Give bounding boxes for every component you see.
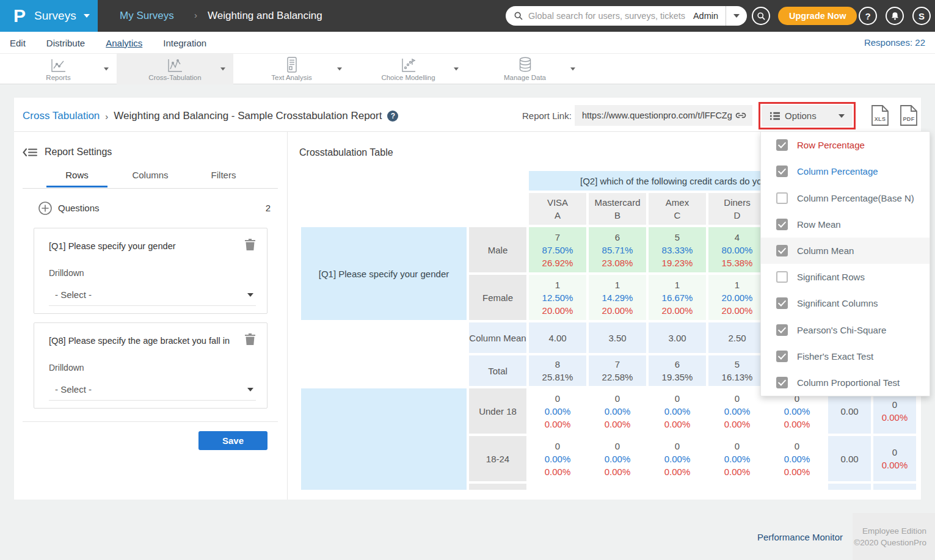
crosstab-table-title: Crosstabulation Table bbox=[299, 147, 393, 158]
checkbox-checked-icon[interactable] bbox=[776, 297, 788, 309]
cell-value: 0.00% bbox=[664, 405, 691, 418]
breadcrumb-my-surveys[interactable]: My Surveys bbox=[120, 10, 174, 22]
data-cell: 722.58% bbox=[589, 355, 646, 386]
cell-value: 6 bbox=[675, 358, 680, 371]
option-label: Column Proportional Test bbox=[797, 377, 900, 388]
option-significant-rows[interactable]: Significant Rows bbox=[761, 264, 930, 290]
nav-tab-analytics[interactable]: Analytics bbox=[106, 38, 142, 48]
doc-lines-icon bbox=[285, 57, 299, 73]
checkbox-checked-icon[interactable] bbox=[776, 245, 788, 256]
option-column-proportional-test[interactable]: Column Proportional Test bbox=[761, 369, 930, 396]
export-xls-button[interactable]: XLS bbox=[870, 105, 890, 126]
link-icon[interactable] bbox=[735, 109, 747, 122]
notifications-button[interactable] bbox=[886, 7, 904, 25]
tab-filters[interactable]: Filters bbox=[187, 170, 260, 187]
checkbox-checked-icon[interactable] bbox=[776, 324, 788, 336]
search-scope-caret[interactable] bbox=[726, 6, 747, 26]
toolbar-choice-modelling[interactable]: Choice Modelling bbox=[350, 54, 467, 84]
data-cell: 00.00%0.00% bbox=[589, 436, 646, 481]
tab-columns[interactable]: Columns bbox=[114, 170, 187, 187]
cell-value: 85.71% bbox=[602, 244, 633, 256]
option-pearson-s-chi-square[interactable]: Pearson's Chi-Square bbox=[761, 316, 930, 343]
product-name: Surveys bbox=[34, 9, 76, 23]
toolbar-manage-data[interactable]: Manage Data bbox=[467, 54, 583, 84]
toolbar-reports[interactable]: Reports bbox=[0, 54, 117, 84]
breadcrumb-separator: › bbox=[105, 111, 108, 122]
checkbox-unchecked-icon[interactable] bbox=[776, 192, 788, 204]
checkbox-checked-icon[interactable] bbox=[776, 377, 788, 388]
nav-tab-integration[interactable]: Integration bbox=[163, 38, 206, 48]
option-fisher-s-exact-test[interactable]: Fisher's Exact Test bbox=[761, 343, 930, 369]
checkbox-checked-icon[interactable] bbox=[776, 165, 788, 177]
cell-value: 7 bbox=[615, 358, 620, 371]
drilldown-select[interactable]: - Select - bbox=[49, 286, 256, 306]
checkbox-unchecked-icon[interactable] bbox=[776, 271, 788, 283]
data-cell: 114.29%20.00% bbox=[589, 275, 646, 320]
search-input[interactable] bbox=[528, 11, 693, 21]
toolbar-cross-tabulation[interactable]: Cross-Tabulation bbox=[117, 54, 233, 84]
option-label: Significant Columns bbox=[797, 298, 878, 308]
toolbar-text-analysis[interactable]: Text Analysis bbox=[233, 54, 350, 84]
option-row-mean[interactable]: Row Mean bbox=[761, 211, 930, 238]
option-column-percentage-base-n-[interactable]: Column Percentage(Base N) bbox=[761, 184, 930, 211]
option-significant-columns[interactable]: Significant Columns bbox=[761, 290, 930, 316]
option-label: Column Percentage(Base N) bbox=[797, 193, 914, 203]
save-button[interactable]: Save bbox=[198, 431, 267, 450]
report-url-input[interactable] bbox=[582, 111, 735, 120]
search-submit-button[interactable] bbox=[752, 7, 770, 25]
chevron-down-icon[interactable] bbox=[337, 68, 342, 71]
report-breadcrumb: Cross Tabulation › Weighting and Balanci… bbox=[23, 110, 398, 122]
question-card-title: [Q1] Please specify your gender bbox=[49, 241, 176, 251]
export-pdf-button[interactable]: PDF bbox=[899, 105, 919, 126]
drilldown-select-value: - Select - bbox=[55, 384, 92, 395]
database-icon bbox=[518, 57, 533, 73]
report-link-label: Report Link: bbox=[522, 111, 572, 121]
cell-value: 0.00% bbox=[784, 418, 810, 431]
help-button[interactable]: ? bbox=[859, 7, 877, 25]
checkbox-checked-icon[interactable] bbox=[776, 139, 788, 151]
cross-tabulation-link[interactable]: Cross Tabulation bbox=[23, 110, 100, 122]
option-column-percentage[interactable]: Column Percentage bbox=[761, 158, 930, 184]
cell-value: 5 bbox=[735, 358, 740, 371]
tab-rows[interactable]: Rows bbox=[40, 170, 114, 187]
row-label: Male bbox=[469, 227, 526, 272]
delete-question-icon[interactable] bbox=[245, 333, 255, 347]
account-avatar[interactable]: S bbox=[912, 7, 931, 25]
chevron-down-icon[interactable] bbox=[220, 68, 225, 71]
cell-value: 0.00% bbox=[664, 465, 691, 478]
cell-value: 0.00 bbox=[840, 405, 858, 418]
chevron-down-icon[interactable] bbox=[104, 68, 109, 71]
drilldown-select[interactable]: - Select - bbox=[49, 381, 256, 401]
product-switcher[interactable]: P Surveys bbox=[0, 0, 98, 32]
cell-value: 0.00% bbox=[724, 465, 751, 478]
row-label bbox=[469, 484, 526, 490]
nav-tab-edit[interactable]: Edit bbox=[10, 38, 26, 48]
options-button[interactable]: Options bbox=[762, 105, 853, 126]
performance-monitor-link[interactable]: Performance Monitor bbox=[757, 532, 843, 542]
search-scope-dropdown[interactable]: Admin bbox=[693, 11, 718, 21]
upgrade-now-button[interactable]: Upgrade Now bbox=[778, 7, 857, 25]
data-cell: 00.00% bbox=[873, 436, 916, 481]
option-column-mean[interactable]: Column Mean bbox=[761, 238, 930, 264]
data-cell: 00.00%0.00% bbox=[708, 436, 766, 481]
checkbox-checked-icon[interactable] bbox=[776, 351, 788, 362]
nav-tab-distribute[interactable]: Distribute bbox=[46, 38, 85, 48]
delete-question-icon[interactable] bbox=[245, 239, 255, 253]
add-question-icon[interactable] bbox=[38, 202, 52, 215]
cell-value: 0.00% bbox=[545, 465, 571, 478]
cell-value: 20.00% bbox=[542, 304, 573, 317]
questions-count: 2 bbox=[266, 203, 271, 213]
cell-value: 0.00% bbox=[545, 405, 571, 418]
chevron-down-icon[interactable] bbox=[570, 68, 575, 71]
report-settings-header[interactable]: Report Settings bbox=[23, 147, 112, 158]
checkbox-checked-icon[interactable] bbox=[776, 219, 788, 230]
toolbar-label: Text Analysis bbox=[271, 74, 311, 81]
drilldown-label: Drilldown bbox=[49, 363, 84, 373]
cell-value: 0 bbox=[675, 392, 680, 405]
chevron-down-icon[interactable] bbox=[454, 68, 459, 71]
cell-value: 4.00 bbox=[548, 332, 566, 344]
help-icon[interactable]: ? bbox=[387, 111, 398, 122]
cell-value: 1 bbox=[675, 278, 680, 291]
toolbar-label: Reports bbox=[46, 74, 70, 81]
option-row-percentage[interactable]: Row Percentage bbox=[761, 132, 930, 158]
